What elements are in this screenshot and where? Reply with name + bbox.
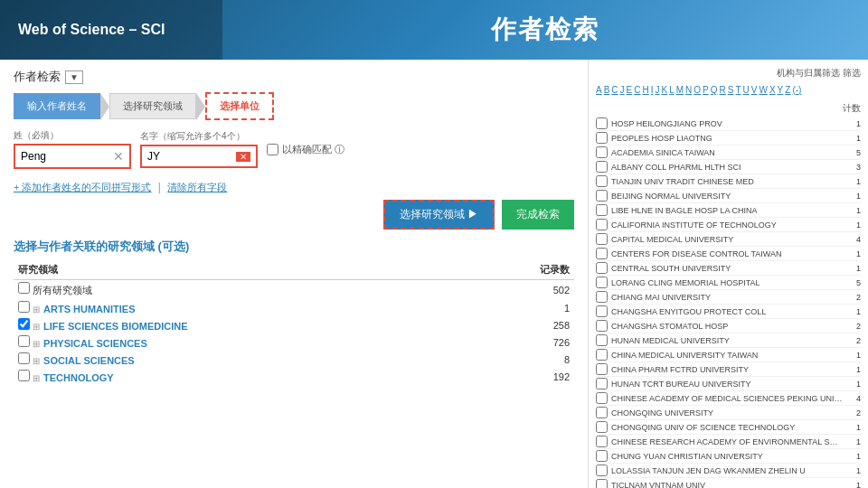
institution-row[interactable]: PEOPLES HOSP LIAOTNG 1 <box>596 131 861 145</box>
institution-checkbox[interactable] <box>596 219 608 230</box>
last-name-input[interactable] <box>21 150 109 163</box>
institution-row[interactable]: BEIJING NORMAL UNIVERSITY 1 <box>596 189 861 203</box>
alpha-letter[interactable]: I <box>651 85 654 95</box>
last-name-field[interactable]: ✕ <box>14 144 131 169</box>
domain-row[interactable]: ⊞TECHNOLOGY 192 <box>14 368 574 385</box>
step-2[interactable]: 选择研究领域 <box>109 93 196 119</box>
institution-checkbox[interactable] <box>596 262 608 274</box>
alpha-letter[interactable]: S <box>728 85 734 95</box>
alpha-letter[interactable]: E <box>627 85 633 95</box>
institution-checkbox[interactable] <box>596 117 608 129</box>
domain-checkbox[interactable] <box>18 282 30 294</box>
institution-row[interactable]: CHINA MEDICAL UNIVERSITY TAIWAN 1 <box>596 348 861 362</box>
expand-icon[interactable]: ⊞ <box>33 373 40 383</box>
institution-row[interactable]: CHANGSHA STOMATOL HOSP 2 <box>596 319 861 333</box>
alpha-letter[interactable]: J <box>656 85 660 95</box>
institution-checkbox[interactable] <box>596 146 608 158</box>
institution-checkbox[interactable] <box>596 161 608 173</box>
institution-row[interactable]: CHUNG YUAN CHRISTIAN UNIVERSITY 1 <box>596 449 861 464</box>
alpha-letter[interactable]: U <box>743 85 750 95</box>
institution-row[interactable]: CENTRAL SOUTH UNIVERSITY 1 <box>596 261 861 276</box>
domain-row[interactable]: ⊞PHYSICAL SCIENCES 726 <box>14 333 574 351</box>
step-3[interactable]: 选择单位 <box>205 92 274 120</box>
alpha-letter[interactable]: Z <box>785 85 790 95</box>
alpha-letter[interactable]: H <box>642 85 648 95</box>
institution-row[interactable]: HOSP HEILONGJIANG PROV 1 <box>596 117 861 131</box>
institution-checkbox[interactable] <box>596 334 608 346</box>
institution-checkbox[interactable] <box>596 320 608 332</box>
institution-checkbox[interactable] <box>596 175 608 187</box>
domain-row[interactable]: ⊞ARTS HUMANITIES 1 <box>14 299 574 316</box>
clear-link[interactable]: 清除所有字段 <box>167 181 227 194</box>
institution-checkbox[interactable] <box>596 291 608 303</box>
select-domain-button[interactable]: 选择研究领域 ▶ <box>383 200 495 230</box>
institution-checkbox[interactable] <box>596 479 608 488</box>
institution-row[interactable]: ACADEMIA SINICA TAIWAN 5 <box>596 145 861 160</box>
institution-row[interactable]: TICLNAM VNTNAM UNIV 1 <box>596 478 861 488</box>
institution-row[interactable]: CHONGQING UNIVERSITY 2 <box>596 406 861 420</box>
institution-checkbox[interactable] <box>596 407 608 418</box>
institution-row[interactable]: CAPITAL MEDICAL UNIVERSITY 4 <box>596 232 861 247</box>
institution-row[interactable]: CHINESE RESEARCH ACADEMY OF ENVIRONMENTA… <box>596 435 861 449</box>
institution-row[interactable]: TIANJIN UNIV TRADIT CHINESE MED 1 <box>596 174 861 189</box>
institution-row[interactable]: CHIANG MAI UNIVERSITY 2 <box>596 290 861 305</box>
alpha-letter[interactable]: Q <box>711 85 718 95</box>
alpha-letter[interactable]: V <box>751 85 758 95</box>
first-name-field[interactable]: ✕ <box>140 145 258 168</box>
expand-icon[interactable]: ⊞ <box>33 305 40 314</box>
institution-checkbox[interactable] <box>596 378 608 389</box>
institution-checkbox[interactable] <box>596 204 608 216</box>
step-1[interactable]: 输入作者姓名 <box>14 93 100 119</box>
institution-row[interactable]: LORANG CLING MEMORIAL HOSPITAL 5 <box>596 276 861 290</box>
domain-checkbox[interactable] <box>18 301 30 313</box>
institution-checkbox[interactable] <box>596 436 608 447</box>
alpha-letter[interactable]: Y <box>778 85 784 95</box>
alpha-letter[interactable]: C <box>611 85 618 95</box>
domain-checkbox[interactable] <box>18 318 30 330</box>
institution-checkbox[interactable] <box>596 305 608 317</box>
institution-checkbox[interactable] <box>596 450 608 462</box>
institution-checkbox[interactable] <box>596 363 608 375</box>
alpha-letter[interactable]: W <box>759 85 767 95</box>
institution-checkbox[interactable] <box>596 132 608 144</box>
institution-row[interactable]: LIBE HLNE IN BAGLE HOSP LA CHINA 1 <box>596 203 861 218</box>
section-dropdown[interactable]: ▼ <box>65 70 83 84</box>
domain-checkbox[interactable] <box>18 370 30 381</box>
institution-row[interactable]: HUNAN MEDICAL UNIVERSITY 2 <box>596 333 861 348</box>
institution-row[interactable]: HUNAN TCRT BUREAU UNIVERSITY 1 <box>596 377 861 391</box>
alpha-letter[interactable]: P <box>703 85 709 95</box>
alpha-letter[interactable]: N <box>685 85 692 95</box>
domain-row[interactable]: 所有研究领域 502 <box>14 280 574 300</box>
expand-icon[interactable]: ⊞ <box>33 356 40 366</box>
institution-checkbox[interactable] <box>596 248 608 259</box>
institution-row[interactable]: CHINESE ACADEMY OF MEDICAL SCIENCES PEKI… <box>596 391 861 406</box>
institution-row[interactable]: LOLASSIA TANJUN JEN DAG WKANMEN ZHELIN U… <box>596 464 861 478</box>
alpha-letter[interactable]: K <box>662 85 668 95</box>
institution-row[interactable]: CHANGSHA ENYITGOU PROTECT COLL 1 <box>596 305 861 319</box>
institution-checkbox[interactable] <box>596 277 608 288</box>
expand-icon[interactable]: ⊞ <box>33 322 40 332</box>
institution-row[interactable]: CHINA PHARM FCTRD UNIVERSITY 1 <box>596 362 861 377</box>
institution-row[interactable]: ALBANY COLL PHARML HLTH SCI 3 <box>596 160 861 174</box>
expand-icon[interactable]: ⊞ <box>33 339 40 349</box>
alpha-letter[interactable]: A <box>596 85 602 95</box>
alpha-letter[interactable]: O <box>693 85 701 95</box>
institution-row[interactable]: CALIFORNIA INSTITUTE OF TECHNOLOGY 1 <box>596 218 861 232</box>
alpha-letter[interactable]: L <box>669 85 675 95</box>
institution-checkbox[interactable] <box>596 190 608 202</box>
institution-checkbox[interactable] <box>596 421 608 433</box>
alpha-letter[interactable]: R <box>720 85 726 95</box>
institution-row[interactable]: CENTERS FOR DISEASE CONTROL TAIWAN 1 <box>596 247 861 261</box>
add-form-link[interactable]: + 添加作者姓名的不同拼写形式 <box>14 181 151 194</box>
alpha-letter[interactable]: M <box>676 85 684 95</box>
institution-checkbox[interactable] <box>596 233 608 245</box>
institution-checkbox[interactable] <box>596 392 608 404</box>
complete-search-button[interactable]: 完成检索 <box>502 200 574 230</box>
alpha-letter[interactable]: (-) <box>792 85 801 95</box>
first-name-input[interactable] <box>147 150 232 163</box>
alpha-letter[interactable]: X <box>769 85 776 95</box>
domain-row[interactable]: ⊞LIFE SCIENCES BIOMEDICINE 258 <box>14 316 574 333</box>
institution-row[interactable]: CHONGQING UNIV OF SCIENCE TECHNOLOGY 1 <box>596 420 861 435</box>
alpha-letter[interactable]: T <box>735 85 741 95</box>
alpha-letter[interactable]: B <box>604 85 610 95</box>
